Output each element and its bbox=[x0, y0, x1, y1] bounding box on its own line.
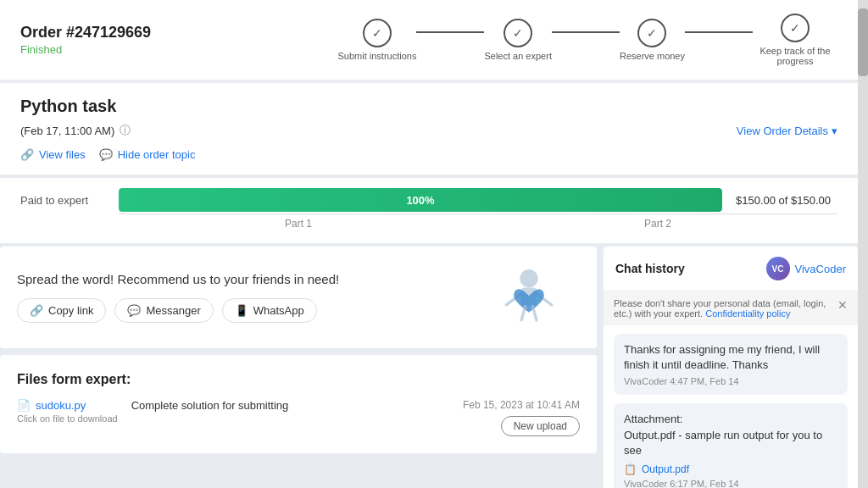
view-order-details-btn[interactable]: View Order Details ▾ bbox=[737, 125, 837, 137]
privacy-notice: Please don't share your personal data (e… bbox=[604, 291, 858, 325]
message-text-2: Attachment:Output.pdf - sample run outpu… bbox=[624, 412, 837, 458]
step-line-1 bbox=[416, 31, 484, 33]
progress-percent: 100% bbox=[406, 194, 434, 207]
hide-order-topic-btn[interactable]: 💬 Hide order topic bbox=[99, 148, 196, 161]
part1-label: Part 1 bbox=[119, 214, 478, 230]
pdf-icon: 📋 bbox=[624, 463, 637, 475]
info-icon[interactable]: ⓘ bbox=[120, 123, 131, 138]
task-title: Python task bbox=[20, 97, 837, 116]
attachment-file[interactable]: 📋 Output.pdf bbox=[624, 463, 837, 475]
step-label-4: Keep track of the progress bbox=[753, 46, 837, 66]
chat-message-2: Attachment:Output.pdf - sample run outpu… bbox=[614, 403, 848, 488]
step-line-2 bbox=[552, 31, 620, 33]
close-notice-btn[interactable]: ✕ bbox=[837, 298, 848, 312]
view-files-btn[interactable]: 🔗 View files bbox=[20, 148, 86, 161]
step-circle-4: ✓ bbox=[781, 14, 810, 42]
task-date: (Feb 17, 11:00 AM) ⓘ bbox=[20, 123, 131, 138]
chat-panel: Chat history VC VivaCoder Please don't s… bbox=[604, 247, 858, 488]
file-icon: 📄 bbox=[17, 399, 31, 412]
payment-section: Paid to expert 100% $150.00 of $150.00 P… bbox=[0, 178, 858, 243]
file-click-hint: Click on file to download bbox=[17, 413, 118, 424]
step-select: ✓ Select an expert bbox=[484, 19, 552, 61]
file-name[interactable]: 📄 sudoku.py bbox=[17, 399, 118, 412]
step-circle-2: ✓ bbox=[504, 19, 532, 47]
copy-link-btn[interactable]: 🔗 Copy link bbox=[17, 298, 106, 323]
spread-illustration bbox=[478, 263, 580, 331]
file-date: Feb 15, 2023 at 10:41 AM bbox=[453, 399, 580, 411]
chat-header: Chat history VC VivaCoder bbox=[604, 247, 858, 291]
payment-label: Paid to expert bbox=[20, 194, 105, 207]
hide-icon: 💬 bbox=[99, 148, 113, 161]
step-line-3 bbox=[685, 31, 753, 33]
spread-card: Spread the word! Recommend us to your fr… bbox=[0, 247, 597, 348]
step-circle-1: ✓ bbox=[363, 19, 392, 47]
files-icon: 🔗 bbox=[20, 148, 34, 161]
chat-message-1: Thanks for assigning me my friend, I wil… bbox=[614, 334, 848, 395]
scrollbar-thumb[interactable] bbox=[858, 8, 868, 76]
new-upload-btn[interactable]: New upload bbox=[501, 416, 580, 436]
files-title: Files form expert: bbox=[17, 372, 580, 387]
step-track: ✓ Keep track of the progress bbox=[753, 14, 837, 66]
message-text-1: Thanks for assigning me my friend, I wil… bbox=[624, 342, 837, 373]
spread-title: Spread the word! Recommend us to your fr… bbox=[17, 272, 339, 286]
whatsapp-icon: 📱 bbox=[235, 304, 248, 317]
chat-title: Chat history bbox=[615, 262, 685, 275]
svg-point-0 bbox=[520, 269, 537, 287]
file-info: 📄 sudoku.py Click on file to download bbox=[17, 399, 118, 424]
order-status: Finished bbox=[20, 43, 151, 56]
link-icon: 🔗 bbox=[30, 304, 43, 317]
message-meta-2: VivaCoder 6:17 PM, Feb 14 bbox=[624, 479, 837, 488]
step-label-3: Reserve money bbox=[620, 51, 685, 61]
whatsapp-btn[interactable]: 📱 WhatsApp bbox=[222, 298, 317, 323]
chat-messages: Thanks for assigning me my friend, I wil… bbox=[604, 325, 858, 488]
svg-line-5 bbox=[532, 307, 536, 320]
scrollbar[interactable] bbox=[858, 0, 868, 488]
order-number: Order #247129669 bbox=[20, 24, 151, 42]
step-submit: ✓ Submit instructions bbox=[338, 19, 417, 61]
messanger-icon: 💬 bbox=[127, 304, 141, 317]
confidentiality-link[interactable]: Confidentiality policy bbox=[705, 308, 790, 319]
payment-progress-bar: 100% bbox=[119, 188, 722, 212]
file-description: Complete solution for submitting bbox=[131, 399, 439, 412]
part2-label: Part 2 bbox=[478, 214, 837, 230]
expert-avatar: VC bbox=[766, 257, 790, 280]
svg-line-4 bbox=[521, 307, 525, 320]
chat-expert[interactable]: VC VivaCoder bbox=[766, 257, 846, 280]
step-reserve: ✓ Reserve money bbox=[620, 19, 685, 61]
messanger-btn[interactable]: 💬 Messanger bbox=[114, 298, 213, 323]
progress-steps: ✓ Submit instructions ✓ Select an expert… bbox=[338, 14, 837, 66]
step-label-2: Select an expert bbox=[484, 51, 552, 61]
step-label-1: Submit instructions bbox=[338, 51, 417, 61]
payment-amount: $150.00 of $150.00 bbox=[736, 194, 837, 207]
step-circle-3: ✓ bbox=[637, 19, 666, 47]
files-card: Files form expert: 📄 sudoku.py Click on … bbox=[0, 355, 597, 453]
task-card: Python task (Feb 17, 11:00 AM) ⓘ View Or… bbox=[0, 83, 858, 175]
message-meta-1: VivaCoder 4:47 PM, Feb 14 bbox=[624, 376, 837, 386]
chevron-down-icon: ▾ bbox=[832, 125, 837, 137]
